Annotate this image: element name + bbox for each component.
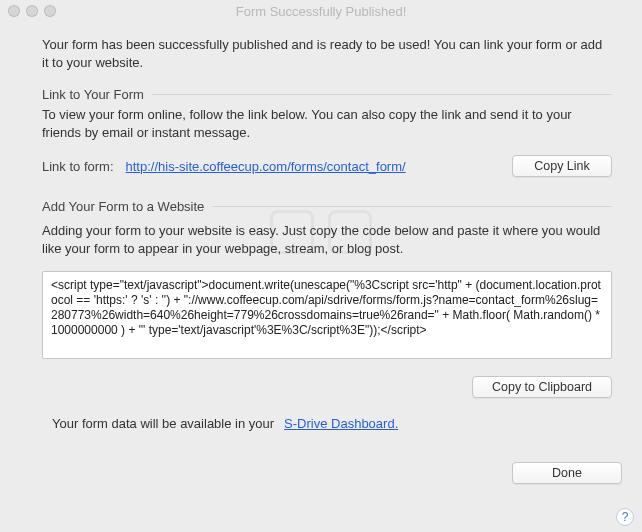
copy-link-button[interactable]: Copy Link	[512, 155, 612, 177]
intro-text: Your form has been successfully publishe…	[42, 36, 612, 71]
footer-area: Done	[512, 462, 622, 484]
section-link-heading: Link to Your Form	[42, 87, 144, 102]
window-title: Form Successfully Published!	[0, 4, 642, 19]
link-row: Link to form: http://his-site.coffeecup.…	[42, 155, 612, 177]
section-link-desc: To view your form online, follow the lin…	[42, 106, 612, 141]
dashboard-text: Your form data will be available in your	[52, 416, 274, 431]
done-button[interactable]: Done	[512, 462, 622, 484]
section-embed-header: Add Your Form to a Website	[42, 199, 612, 214]
titlebar: Form Successfully Published!	[0, 0, 642, 22]
divider	[152, 94, 612, 95]
minimize-window-button[interactable]	[26, 5, 38, 17]
dashboard-row: Your form data will be available in your…	[42, 416, 612, 431]
close-window-button[interactable]	[8, 5, 20, 17]
form-url-link[interactable]: http://his-site.coffeecup.com/forms/cont…	[126, 159, 500, 174]
content-area: Your form has been successfully publishe…	[0, 22, 642, 441]
sdrive-dashboard-link[interactable]: S-Drive Dashboard.	[284, 416, 398, 431]
link-to-form-label: Link to form:	[42, 159, 114, 174]
help-icon[interactable]: ?	[616, 508, 634, 526]
copy-clipboard-row: Copy to Clipboard	[42, 376, 612, 398]
embed-code-textarea[interactable]	[42, 271, 612, 359]
zoom-window-button[interactable]	[44, 5, 56, 17]
section-link-header: Link to Your Form	[42, 87, 612, 102]
section-embed-heading: Add Your Form to a Website	[42, 199, 204, 214]
window-controls	[8, 5, 56, 17]
divider	[212, 206, 612, 207]
section-embed-desc: Adding your form to your website is easy…	[42, 222, 612, 257]
copy-to-clipboard-button[interactable]: Copy to Clipboard	[472, 376, 612, 398]
